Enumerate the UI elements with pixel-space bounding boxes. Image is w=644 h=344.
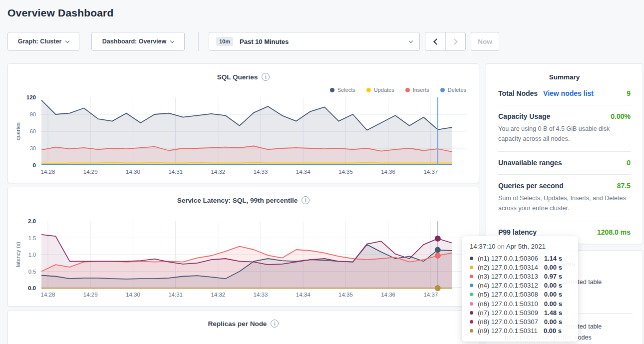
controls-divider	[198, 32, 199, 51]
node-address: (n2) 127.0.0.1:50314	[478, 264, 538, 271]
tooltip-timestamp: 14:37:10 on Apr 5th, 2021	[470, 243, 570, 250]
x-tick-label: 14:34	[296, 169, 311, 175]
tooltip-node-row: (n8) 127.0.0.1:503070.00 s	[470, 317, 570, 326]
x-tick-label: 14:31	[168, 292, 183, 298]
now-button[interactable]: Now	[471, 32, 499, 51]
y-tick-label: 120	[10, 94, 36, 100]
legend-label: Selects	[337, 87, 355, 93]
x-tick-label: 14:36	[381, 292, 395, 298]
tooltip-node-row: (n9) 127.0.0.1:503110.00 s	[470, 327, 570, 336]
node-latency-value: 1.14 s	[544, 255, 562, 262]
summary-row: Unavailable ranges0	[498, 151, 631, 174]
info-icon[interactable]: i	[271, 320, 279, 328]
node-address: (n9) 127.0.0.1:50311	[478, 327, 538, 335]
time-prev-button[interactable]	[425, 32, 445, 50]
tooltip-node-row: (n2) 127.0.0.1:503140.00 s	[470, 263, 570, 272]
node-latency-value: 0.00 s	[544, 327, 562, 335]
sql-queries-chart-panel: SQL QueriesiSelectsUpdatesInsertsDeletes…	[7, 63, 479, 183]
chart-plot-area[interactable]	[40, 221, 467, 288]
legend-item[interactable]: Updates	[366, 87, 394, 93]
chevron-left-icon	[433, 38, 440, 45]
x-tick-label: 14:28	[41, 169, 55, 175]
y-tick-label: 90	[10, 111, 36, 117]
node-color-dot-icon	[470, 311, 473, 315]
node-color-dot-icon	[470, 329, 473, 333]
summary-label: Unavailable ranges	[498, 159, 562, 167]
node-color-dot-icon	[470, 302, 473, 306]
legend-dot-icon	[366, 88, 371, 92]
legend-item[interactable]: Selects	[330, 87, 355, 93]
summary-row: Total NodesView nodes list9	[498, 82, 631, 105]
x-tick-label: 14:33	[254, 292, 268, 298]
graph-dropdown-label: Graph: Cluster	[18, 38, 62, 45]
info-icon[interactable]: i	[302, 196, 310, 204]
y-tick-label: 2.0	[10, 218, 36, 224]
chevron-down-icon	[65, 38, 69, 42]
x-tick-label: 14:29	[83, 292, 98, 298]
x-tick-label: 14:35	[338, 169, 353, 175]
node-latency-value: 0.00 s	[544, 264, 562, 271]
summary-rows: Total NodesView nodes list9Capacity Usag…	[486, 82, 643, 244]
node-color-dot-icon	[470, 293, 473, 296]
service-latency-chart-panel: Service Latency: SQL, 99th percentileila…	[7, 187, 479, 307]
info-icon[interactable]: i	[262, 73, 270, 81]
summary-panel: Summary Total NodesView nodes list9Capac…	[486, 63, 643, 244]
chart-legend: SelectsUpdatesInsertsDeletes	[330, 87, 466, 93]
tooltip-node-row: (n1) 127.0.0.1:503061.14 s	[470, 254, 570, 263]
chevron-down-icon	[409, 38, 413, 42]
node-color-dot-icon	[470, 284, 473, 287]
chart-hover-tooltip: 14:37:10 on Apr 5th, 2021 (n1) 127.0.0.1…	[462, 236, 578, 342]
dashboard-dropdown[interactable]: Dashboard: Overview	[91, 32, 185, 51]
node-address: (n4) 127.0.0.1:50312	[478, 282, 538, 289]
legend-dot-icon	[405, 88, 410, 92]
node-address: (n6) 127.0.0.1:50310	[478, 300, 538, 308]
node-latency-value: 0.97 s	[544, 273, 562, 280]
controls-bar: Graph: Cluster Dashboard: Overview 10m P…	[7, 32, 644, 51]
summary-label: Capacity Usage	[498, 112, 550, 120]
x-tick-label: 14:32	[211, 292, 225, 298]
time-range-dropdown[interactable]: 10m Past 10 Minutes	[209, 32, 420, 51]
x-tick-label: 14:34	[296, 292, 311, 298]
summary-heading: Summary	[486, 64, 643, 82]
node-address: (n8) 127.0.0.1:50307	[478, 318, 538, 326]
chart-plot-area[interactable]	[40, 97, 467, 165]
legend-label: Updates	[374, 87, 394, 93]
time-range-label: Past 10 Minutes	[240, 38, 289, 45]
node-address: (n5) 127.0.0.1:50308	[478, 291, 538, 298]
y-tick-label: 30	[10, 145, 36, 151]
dashboard-dropdown-label: Dashboard: Overview	[102, 38, 167, 45]
tooltip-node-row: (n7) 127.0.0.1:503091.48 s	[470, 308, 570, 317]
summary-value: 1208.0 ms	[597, 228, 631, 236]
tooltip-node-row: (n6) 127.0.0.1:503100.00 s	[470, 299, 570, 308]
x-tick-label: 14:37	[423, 169, 438, 175]
x-tick-label: 14:30	[126, 292, 140, 298]
time-next-button[interactable]	[445, 32, 465, 50]
chart-title: Replicas per Node	[208, 320, 267, 328]
x-tick-label: 14:35	[338, 292, 353, 298]
summary-description: Sum of Selects, Updates, Inserts, and De…	[498, 193, 631, 213]
legend-item[interactable]: Deletes	[440, 87, 466, 93]
x-tick-label: 14:33	[254, 169, 268, 175]
view-nodes-list-link[interactable]: View nodes list	[543, 89, 594, 97]
node-color-dot-icon	[470, 266, 473, 269]
summary-value: 9	[627, 89, 631, 97]
x-tick-label: 14:29	[83, 169, 98, 175]
graph-dropdown[interactable]: Graph: Cluster	[7, 32, 79, 51]
summary-description: You are using 0 B of 4.5 GiB usable disk…	[498, 124, 631, 144]
legend-item[interactable]: Inserts	[405, 87, 429, 93]
summary-value: 87.5	[617, 182, 631, 190]
x-tick-label: 14:36	[381, 169, 395, 175]
node-color-dot-icon	[470, 257, 473, 260]
time-nav-group	[425, 32, 466, 51]
x-tick-label: 14:31	[168, 169, 183, 175]
replicas-per-node-chart-panel: Replicas per Nodei	[7, 310, 479, 344]
now-button-label: Now	[478, 38, 492, 45]
node-address: (n1) 127.0.0.1:50306	[478, 255, 538, 262]
overview-dashboard-page: Overview Dashboard Graph: Cluster Dashbo…	[0, 0, 644, 344]
node-color-dot-icon	[470, 275, 473, 278]
node-latency-value: 1.48 s	[544, 309, 562, 317]
legend-dot-icon	[330, 88, 334, 92]
y-tick-label: 1.5	[10, 235, 36, 241]
time-range-badge: 10m	[216, 37, 233, 46]
charts-column: SQL QueriesiSelectsUpdatesInsertsDeletes…	[7, 63, 479, 344]
